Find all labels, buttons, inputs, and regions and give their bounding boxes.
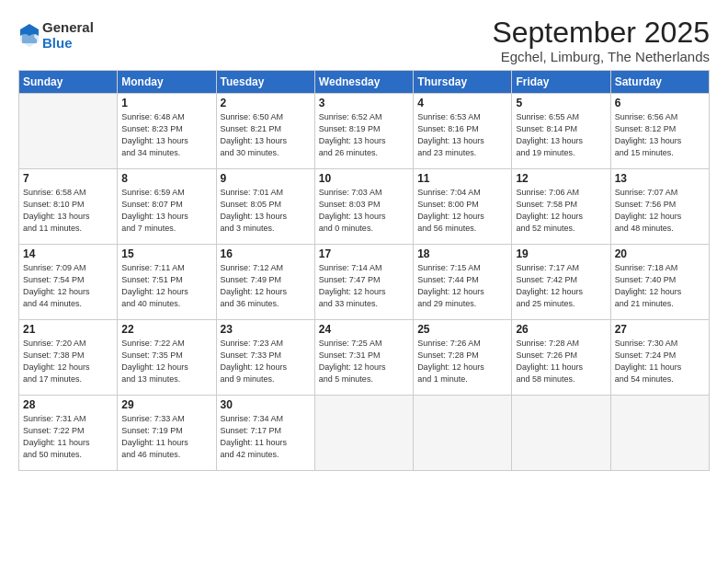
calendar-cell: 13Sunrise: 7:07 AM Sunset: 7:56 PM Dayli… <box>610 169 709 245</box>
day-number: 14 <box>23 247 113 260</box>
day-info: Sunrise: 7:26 AM Sunset: 7:28 PM Dayligh… <box>417 338 507 385</box>
logo: General Blue <box>18 20 94 51</box>
header-wednesday: Wednesday <box>314 71 413 94</box>
day-info: Sunrise: 6:56 AM Sunset: 8:12 PM Dayligh… <box>615 111 705 159</box>
calendar-cell: 6Sunrise: 6:56 AM Sunset: 8:12 PM Daylig… <box>610 94 709 169</box>
day-number: 26 <box>516 323 606 336</box>
calendar-week-4: 21Sunrise: 7:20 AM Sunset: 7:38 PM Dayli… <box>19 320 710 396</box>
day-number: 1 <box>121 97 211 109</box>
calendar-cell: 2Sunrise: 6:50 AM Sunset: 8:21 PM Daylig… <box>216 94 314 169</box>
calendar-cell: 28Sunrise: 7:31 AM Sunset: 7:22 PM Dayli… <box>19 396 118 471</box>
day-info: Sunrise: 7:17 AM Sunset: 7:42 PM Dayligh… <box>516 262 606 310</box>
day-info: Sunrise: 6:58 AM Sunset: 8:10 PM Dayligh… <box>23 187 113 235</box>
calendar-cell: 14Sunrise: 7:09 AM Sunset: 7:54 PM Dayli… <box>19 245 118 320</box>
month-title: September 2025 <box>492 17 710 49</box>
calendar-cell: 27Sunrise: 7:30 AM Sunset: 7:24 PM Dayli… <box>610 320 709 396</box>
day-info: Sunrise: 7:03 AM Sunset: 8:03 PM Dayligh… <box>319 187 409 235</box>
calendar-cell <box>610 396 709 471</box>
calendar-cell: 30Sunrise: 7:34 AM Sunset: 7:17 PM Dayli… <box>216 396 314 471</box>
day-info: Sunrise: 6:55 AM Sunset: 8:14 PM Dayligh… <box>516 111 606 159</box>
day-number: 18 <box>417 247 507 260</box>
page: General Blue September 2025 Egchel, Limb… <box>0 0 728 563</box>
calendar-cell: 17Sunrise: 7:14 AM Sunset: 7:47 PM Dayli… <box>314 245 413 320</box>
day-number: 15 <box>121 247 211 260</box>
day-number: 19 <box>516 247 606 260</box>
calendar-cell: 3Sunrise: 6:52 AM Sunset: 8:19 PM Daylig… <box>314 94 413 169</box>
day-number: 8 <box>121 172 211 185</box>
calendar-cell: 24Sunrise: 7:25 AM Sunset: 7:31 PM Dayli… <box>314 320 413 396</box>
day-info: Sunrise: 7:18 AM Sunset: 7:40 PM Dayligh… <box>615 262 705 310</box>
calendar-cell: 11Sunrise: 7:04 AM Sunset: 8:00 PM Dayli… <box>414 169 512 245</box>
calendar-cell: 4Sunrise: 6:53 AM Sunset: 8:16 PM Daylig… <box>414 94 512 169</box>
day-number: 21 <box>23 323 113 336</box>
logo-blue-text: Blue <box>42 36 94 52</box>
day-number: 13 <box>615 172 705 185</box>
calendar-cell <box>19 94 118 169</box>
title-block: September 2025 Egchel, Limburg, The Neth… <box>492 17 710 64</box>
calendar-week-3: 14Sunrise: 7:09 AM Sunset: 7:54 PM Dayli… <box>19 245 710 320</box>
calendar-cell: 10Sunrise: 7:03 AM Sunset: 8:03 PM Dayli… <box>314 169 413 245</box>
day-number: 7 <box>23 172 113 185</box>
calendar-cell: 7Sunrise: 6:58 AM Sunset: 8:10 PM Daylig… <box>19 169 118 245</box>
calendar-cell: 20Sunrise: 7:18 AM Sunset: 7:40 PM Dayli… <box>610 245 709 320</box>
calendar-cell: 1Sunrise: 6:48 AM Sunset: 8:23 PM Daylig… <box>118 94 216 169</box>
day-info: Sunrise: 7:11 AM Sunset: 7:51 PM Dayligh… <box>121 262 211 310</box>
day-number: 28 <box>23 398 113 411</box>
calendar-cell: 23Sunrise: 7:23 AM Sunset: 7:33 PM Dayli… <box>216 320 314 396</box>
calendar-cell: 29Sunrise: 7:33 AM Sunset: 7:19 PM Dayli… <box>118 396 216 471</box>
day-info: Sunrise: 7:31 AM Sunset: 7:22 PM Dayligh… <box>23 413 113 461</box>
day-number: 6 <box>615 97 705 109</box>
day-info: Sunrise: 7:23 AM Sunset: 7:33 PM Dayligh… <box>221 338 311 385</box>
day-number: 22 <box>121 323 211 336</box>
day-info: Sunrise: 7:15 AM Sunset: 7:44 PM Dayligh… <box>417 262 507 310</box>
day-info: Sunrise: 7:22 AM Sunset: 7:35 PM Dayligh… <box>121 338 211 385</box>
day-number: 16 <box>221 247 311 260</box>
location-subtitle: Egchel, Limburg, The Netherlands <box>492 49 710 64</box>
day-number: 20 <box>615 247 705 260</box>
header-friday: Friday <box>512 71 610 94</box>
calendar-week-1: 1Sunrise: 6:48 AM Sunset: 8:23 PM Daylig… <box>19 94 710 169</box>
calendar-table: Sunday Monday Tuesday Wednesday Thursday… <box>18 70 710 471</box>
header-monday: Monday <box>118 71 216 94</box>
calendar-cell: 9Sunrise: 7:01 AM Sunset: 8:05 PM Daylig… <box>216 169 314 245</box>
day-info: Sunrise: 6:52 AM Sunset: 8:19 PM Dayligh… <box>319 111 409 159</box>
day-info: Sunrise: 7:14 AM Sunset: 7:47 PM Dayligh… <box>319 262 409 310</box>
header-tuesday: Tuesday <box>216 71 314 94</box>
day-info: Sunrise: 7:33 AM Sunset: 7:19 PM Dayligh… <box>121 413 211 461</box>
day-number: 27 <box>615 323 705 336</box>
day-number: 5 <box>516 97 606 109</box>
calendar-cell <box>314 396 413 471</box>
calendar-cell: 15Sunrise: 7:11 AM Sunset: 7:51 PM Dayli… <box>118 245 216 320</box>
logo-icon <box>18 23 40 49</box>
day-info: Sunrise: 7:09 AM Sunset: 7:54 PM Dayligh… <box>23 262 113 310</box>
day-info: Sunrise: 7:34 AM Sunset: 7:17 PM Dayligh… <box>221 413 311 461</box>
day-info: Sunrise: 7:07 AM Sunset: 7:56 PM Dayligh… <box>615 187 705 235</box>
calendar-cell: 16Sunrise: 7:12 AM Sunset: 7:49 PM Dayli… <box>216 245 314 320</box>
calendar-cell: 19Sunrise: 7:17 AM Sunset: 7:42 PM Dayli… <box>512 245 610 320</box>
day-info: Sunrise: 6:50 AM Sunset: 8:21 PM Dayligh… <box>221 111 311 159</box>
calendar-cell: 26Sunrise: 7:28 AM Sunset: 7:26 PM Dayli… <box>512 320 610 396</box>
day-info: Sunrise: 6:53 AM Sunset: 8:16 PM Dayligh… <box>417 111 507 159</box>
day-number: 10 <box>319 172 409 185</box>
calendar-cell: 5Sunrise: 6:55 AM Sunset: 8:14 PM Daylig… <box>512 94 610 169</box>
day-info: Sunrise: 7:06 AM Sunset: 7:58 PM Dayligh… <box>516 187 606 235</box>
day-info: Sunrise: 7:01 AM Sunset: 8:05 PM Dayligh… <box>221 187 311 235</box>
day-number: 24 <box>319 323 409 336</box>
calendar-cell: 12Sunrise: 7:06 AM Sunset: 7:58 PM Dayli… <box>512 169 610 245</box>
header-sunday: Sunday <box>19 71 118 94</box>
header-saturday: Saturday <box>610 71 709 94</box>
calendar-cell <box>512 396 610 471</box>
logo-general-text: General <box>42 20 94 36</box>
header-thursday: Thursday <box>414 71 512 94</box>
day-number: 3 <box>319 97 409 109</box>
day-info: Sunrise: 7:30 AM Sunset: 7:24 PM Dayligh… <box>615 338 705 385</box>
day-number: 11 <box>417 172 507 185</box>
day-number: 2 <box>221 97 311 109</box>
calendar-week-2: 7Sunrise: 6:58 AM Sunset: 8:10 PM Daylig… <box>19 169 710 245</box>
day-info: Sunrise: 7:20 AM Sunset: 7:38 PM Dayligh… <box>23 338 113 385</box>
day-info: Sunrise: 7:04 AM Sunset: 8:00 PM Dayligh… <box>417 187 507 235</box>
calendar-week-5: 28Sunrise: 7:31 AM Sunset: 7:22 PM Dayli… <box>19 396 710 471</box>
day-number: 9 <box>221 172 311 185</box>
day-number: 4 <box>417 97 507 109</box>
day-info: Sunrise: 7:25 AM Sunset: 7:31 PM Dayligh… <box>319 338 409 385</box>
